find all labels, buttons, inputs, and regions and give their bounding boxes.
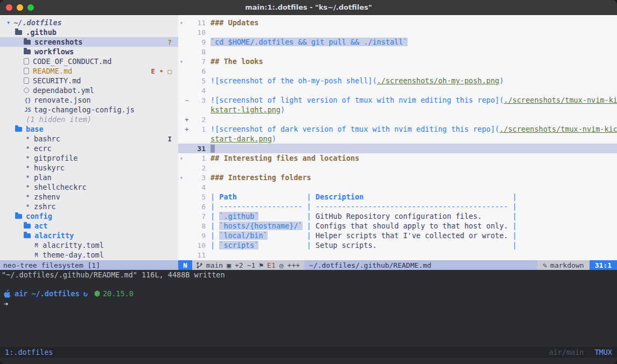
line-text: | `scripts` | Setup scripts. | [206,241,617,249]
apple-icon [4,290,11,298]
tree-item-config[interactable]: config [0,211,178,221]
editor-line[interactable]: start-dark.png) [178,134,617,144]
line-number: 10 [192,241,206,249]
editor-line[interactable]: 2 [178,163,617,173]
line-number: 6 [192,67,206,75]
prompt-user: air [15,289,27,298]
tree-item-tag-changelog-config-js[interactable]: JStag-changelog-config.js [0,105,178,115]
tree-item-gitprofile[interactable]: *gitprofile [0,153,178,163]
line-text: ![screenshot of the oh-my-posh shell](./… [206,76,617,85]
target-icon: ◎ [279,261,284,269]
tree-item-readme-md[interactable]: README.mdE•▢ [0,66,178,76]
tree-item-ecrc[interactable]: *ecrc [0,144,178,153]
line-text: ## The looks [206,57,617,66]
neotree-sidebar: ▾~/.dotfiles.githubscreenshots?workflows… [0,15,178,260]
editor-line[interactable]: 10 [178,27,617,37]
line-text: ![screenshot of light version of tmux wi… [206,96,617,104]
node-version-segment: 20.15.0 [94,289,134,298]
line-text: ### Updates [206,18,617,27]
editor-line[interactable]: 31 [178,144,617,153]
shell-file-icon: * [24,165,32,171]
filetype-segment: ✎ markdown [537,260,589,270]
line-number: 7 [192,212,206,220]
line-number: 6 [192,203,206,211]
line-text: | Path | Description | [206,192,617,201]
tree-item-renovate-json[interactable]: {}renovate.json [0,95,178,105]
editor-line[interactable]: 9| `local/bin` | Helper scripts that I'v… [178,231,617,240]
js-icon: JS [24,107,32,113]
line-number: 8 [192,48,206,56]
tree-item-1-hidden-item[interactable]: (1 hidden item) [0,115,178,124]
editor-line[interactable]: 4 [178,182,617,192]
editor-line[interactable]: ▾3### Interesting folders [178,173,617,182]
tree-item-badges: ? [167,38,178,46]
editor-line[interactable]: 8| `hosts/{hostname}/` | Configs that sh… [178,221,617,231]
statusline-file-path: ~/.dotfiles/.github/README.md [304,260,537,270]
fold-marker: ▾ [178,20,185,26]
editor-buffer[interactable]: ▾11### Updates109`cd $HOME/.dotfiles && … [178,15,617,260]
line-number: 2 [192,164,206,172]
tree-item-dotfiles[interactable]: ▾~/.dotfiles [0,18,178,27]
shell-area[interactable]: air ~/.dotfiles ↻ 20.15.0 ➜ [0,280,617,347]
tree-item-act[interactable]: act [0,221,178,231]
tree-item-label: (1 hidden item) [26,115,92,124]
window-title: main:1:.dotfiles - "ks~/.dotfiles" [0,3,617,11]
editor-line[interactable]: 6 [178,66,617,76]
pencil-icon: ✎ [543,261,547,269]
mode-indicator: N [178,260,192,270]
tree-item-label: ecrc [34,144,52,153]
folder-icon [24,224,31,229]
tree-item-shellcheckrc[interactable]: *shellcheckrc [0,182,178,192]
line-number: 11 [192,251,206,259]
tree-item-security-md[interactable]: SECURITY.md [0,76,178,85]
editor-line[interactable]: 4 [178,85,617,95]
tree-item-label: dependabot.yml [33,86,94,95]
editor-line[interactable]: ▾7## The looks [178,56,617,66]
editor-line[interactable]: 6| ------------------- | ---------------… [178,202,617,211]
tree-item-plan[interactable]: *plan [0,173,178,182]
tree-item-alacritty[interactable]: alacritty [0,231,178,240]
editor-line[interactable]: 9`cd $HOME/.dotfiles && git pull && ./in… [178,37,617,47]
line-text: | `local/bin` | Helper scripts that I've… [206,231,617,240]
line-text: start-dark.png) [206,134,617,143]
status-badge: I [167,135,172,143]
tree-item-huskyrc[interactable]: *huskyrc [0,163,178,173]
tree-item-screenshots[interactable]: screenshots? [0,37,178,47]
editor-line[interactable]: ▾1## Interesting files and locations [178,153,617,163]
tree-item-base[interactable]: base [0,124,178,134]
editor-line[interactable]: 11 [178,250,617,260]
file-tree: ▾~/.dotfiles.githubscreenshots?workflows… [0,18,178,260]
tree-item-github[interactable]: .github [0,27,178,37]
editor-line[interactable]: +1![screenshot of dark version of tmux w… [178,124,617,134]
tree-item-zshrc[interactable]: *zshrc [0,202,178,211]
tree-item-code-of-conduct-md[interactable]: CODE_OF_CONDUCT.md [0,56,178,66]
tree-item-label: screenshots [34,38,82,46]
tree-item-theme-day-toml[interactable]: Mtheme-day.toml [0,250,178,260]
line-text: ## Interesting files and locations [206,154,617,162]
prompt-input-line[interactable]: ➜ [4,299,613,309]
line-number: 7 [192,58,206,66]
editor-line[interactable]: kstart-light.png) [178,105,617,115]
tmux-window-name[interactable]: 1:.dotfiles [5,348,53,356]
tree-item-bashrc[interactable]: *bashrcI [0,134,178,144]
tree-item-alacritty-toml[interactable]: Malacritty.toml [0,240,178,250]
folder-icon [24,49,31,54]
shell-file-icon: * [24,175,32,181]
editor-line[interactable]: 5| Path | Description | [178,192,617,202]
editor-line[interactable]: +2 [178,115,617,124]
editor-line[interactable]: 5![screenshot of the oh-my-posh shell](.… [178,76,617,85]
editor-line[interactable]: ~3![screenshot of light version of tmux … [178,95,617,105]
tree-item-label: gitprofile [34,154,78,162]
tree-item-zshenv[interactable]: *zshenv [0,192,178,202]
tree-item-dependabot-yml[interactable]: dependabot.yml [0,85,178,95]
editor-line[interactable]: 8 [178,47,617,56]
tree-item-workflows[interactable]: workflows [0,47,178,56]
editor-line[interactable]: 7| `.github` | GitHub Repository configu… [178,211,617,221]
tree-item-label: shellcheckrc [34,183,87,191]
tree-item-label: base [26,125,44,133]
tree-item-label: theme-day.toml [43,251,104,259]
editor-line[interactable]: ▾11### Updates [178,18,617,27]
editor-line[interactable]: 10| `scripts` | Setup scripts. | [178,240,617,250]
shell-file-icon: * [24,194,32,200]
folder-icon [15,214,22,219]
